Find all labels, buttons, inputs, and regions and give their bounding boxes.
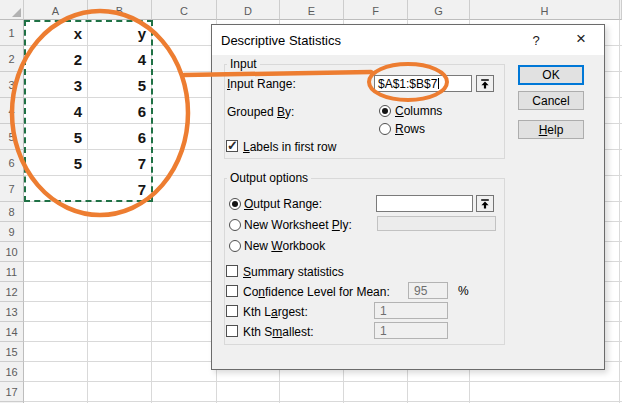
new-worksheet-label[interactable]: New Worksheet Ply:	[244, 218, 352, 232]
cell[interactable]	[24, 342, 88, 362]
help-button[interactable]: Help	[518, 120, 584, 139]
cell[interactable]	[24, 382, 88, 402]
new-workbook-radio[interactable]	[229, 240, 241, 252]
cell[interactable]	[24, 362, 88, 382]
new-workbook-label[interactable]: New Workbook	[244, 239, 325, 253]
cell[interactable]	[152, 222, 217, 242]
kth-smallest-label[interactable]: Kth Smallest:	[243, 325, 314, 339]
cell[interactable]	[152, 46, 217, 72]
row-header[interactable]: 10	[0, 242, 24, 262]
cell[interactable]	[88, 262, 152, 282]
cell[interactable]	[470, 382, 620, 402]
input-range-collapse-button[interactable]	[476, 75, 494, 92]
range-selection-border	[24, 20, 153, 202]
columns-radio[interactable]	[379, 105, 391, 117]
new-worksheet-radio[interactable]	[229, 219, 241, 231]
cell[interactable]	[88, 382, 152, 402]
close-icon[interactable]: ×	[571, 29, 591, 49]
kth-smallest-checkbox[interactable]	[226, 325, 238, 337]
row-header[interactable]: 2	[0, 46, 24, 72]
cell[interactable]	[152, 176, 217, 202]
cell[interactable]	[280, 382, 344, 402]
row-header[interactable]: 1	[0, 20, 24, 46]
summary-statistics-label[interactable]: Summary statistics	[243, 265, 344, 279]
row-header[interactable]: 13	[0, 302, 24, 322]
row-header[interactable]: 11	[0, 262, 24, 282]
row-header[interactable]: 4	[0, 98, 24, 124]
cell[interactable]	[88, 302, 152, 322]
help-icon[interactable]: ?	[526, 33, 546, 48]
cell[interactable]	[88, 202, 152, 222]
cell[interactable]	[152, 342, 217, 362]
row-header[interactable]: 3	[0, 72, 24, 98]
column-header[interactable]: D	[217, 0, 280, 20]
row-header[interactable]: 17	[0, 382, 24, 402]
cell[interactable]	[152, 124, 217, 150]
cell[interactable]	[88, 322, 152, 342]
output-range-collapse-button[interactable]	[476, 195, 494, 212]
kth-largest-label[interactable]: Kth Largest:	[243, 305, 308, 319]
select-all-corner[interactable]	[0, 0, 24, 20]
cell[interactable]	[88, 362, 152, 382]
cell[interactable]	[88, 222, 152, 242]
rows-radio-label[interactable]: Rows	[395, 122, 425, 136]
row-header[interactable]: 14	[0, 322, 24, 342]
column-header[interactable]: A	[24, 0, 88, 20]
cell[interactable]	[152, 322, 217, 342]
column-header[interactable]: F	[344, 0, 408, 20]
labels-first-row-label[interactable]: Labels in first row	[243, 140, 336, 154]
output-range-field[interactable]	[376, 195, 473, 212]
cell[interactable]	[408, 382, 470, 402]
labels-first-row-checkbox[interactable]	[226, 140, 238, 152]
cell[interactable]	[24, 262, 88, 282]
cancel-button[interactable]: Cancel	[518, 91, 584, 110]
cell[interactable]	[152, 382, 217, 402]
cell[interactable]	[152, 302, 217, 322]
dialog-titlebar[interactable]: Descriptive Statistics ? ×	[212, 25, 604, 55]
cell[interactable]	[152, 98, 217, 124]
row-header[interactable]: 16	[0, 362, 24, 382]
cell[interactable]	[24, 302, 88, 322]
cell[interactable]	[152, 202, 217, 222]
cell[interactable]	[217, 382, 280, 402]
cell[interactable]	[24, 282, 88, 302]
cell[interactable]	[152, 20, 217, 46]
columns-radio-label[interactable]: Columns	[395, 104, 442, 118]
confidence-level-label[interactable]: Confidence Level for Mean:	[243, 285, 390, 299]
row-header[interactable]: 15	[0, 342, 24, 362]
cell[interactable]	[152, 262, 217, 282]
row-header[interactable]: 9	[0, 222, 24, 242]
cell[interactable]	[24, 222, 88, 242]
output-range-radio[interactable]	[229, 198, 241, 210]
row-header[interactable]: 5	[0, 124, 24, 150]
ok-button[interactable]: OK	[518, 65, 584, 85]
cell[interactable]	[88, 242, 152, 262]
column-header[interactable]: E	[280, 0, 344, 20]
column-header[interactable]: H	[470, 0, 620, 20]
cell[interactable]	[152, 282, 217, 302]
collapse-dialog-up-arrow-icon	[480, 79, 490, 89]
cell[interactable]	[24, 202, 88, 222]
column-header[interactable]: C	[152, 0, 217, 20]
cell[interactable]	[88, 342, 152, 362]
column-header[interactable]: B	[88, 0, 152, 20]
row-header[interactable]: 7	[0, 176, 24, 202]
cell[interactable]	[88, 282, 152, 302]
summary-statistics-checkbox[interactable]	[226, 265, 238, 277]
row-header[interactable]: 12	[0, 282, 24, 302]
cell[interactable]	[24, 242, 88, 262]
cell[interactable]	[152, 242, 217, 262]
kth-largest-checkbox[interactable]	[226, 305, 238, 317]
output-range-label[interactable]: Output Range:	[244, 197, 322, 211]
cell[interactable]	[344, 382, 408, 402]
row-header[interactable]: 6	[0, 150, 24, 176]
row-header[interactable]: 8	[0, 202, 24, 222]
confidence-level-checkbox[interactable]	[226, 285, 238, 297]
cell[interactable]	[152, 72, 217, 98]
cell[interactable]	[152, 150, 217, 176]
column-header[interactable]: G	[408, 0, 470, 20]
input-range-field[interactable]: $A$1:$B$7	[374, 75, 472, 92]
cell[interactable]	[152, 362, 217, 382]
cell[interactable]	[24, 322, 88, 342]
rows-radio[interactable]	[379, 123, 391, 135]
